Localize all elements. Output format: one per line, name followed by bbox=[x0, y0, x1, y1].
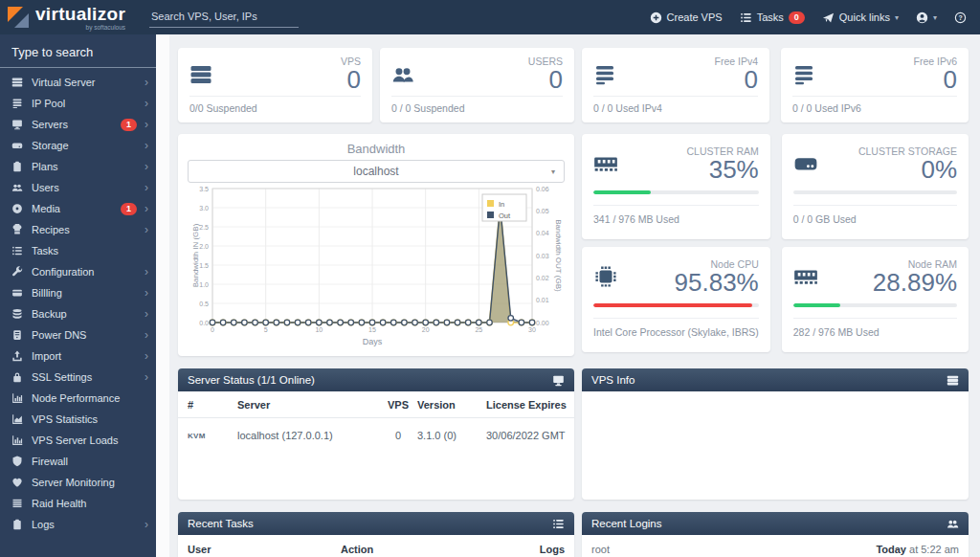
column-header: License Expires bbox=[486, 399, 574, 411]
servers-icon bbox=[10, 119, 24, 130]
progress-bar bbox=[793, 303, 957, 307]
stat-card-users: USERS00 / 0 Suspended bbox=[380, 48, 574, 123]
svg-text:0.06: 0.06 bbox=[536, 186, 549, 192]
logo-subtitle: by softaculous bbox=[35, 24, 125, 31]
sidebar-item-vps-statistics[interactable]: VPS Statistics bbox=[0, 409, 156, 430]
svg-text:2.0: 2.0 bbox=[199, 243, 209, 250]
sidebar-item-node-performance[interactable]: Node Performance bbox=[0, 388, 156, 409]
chevron-right-icon: › bbox=[145, 203, 148, 214]
server-monitoring-icon bbox=[10, 477, 24, 488]
sidebar-item-firewall[interactable]: Firewall bbox=[0, 451, 156, 472]
users-group-icon bbox=[391, 63, 414, 86]
chevron-down-icon: ▾ bbox=[551, 167, 555, 176]
sidebar-scrollbar[interactable] bbox=[156, 34, 169, 557]
svg-text:2.5: 2.5 bbox=[199, 224, 209, 231]
sidebar-item-tasks[interactable]: Tasks bbox=[0, 240, 156, 261]
gauge-value: 95.83% bbox=[675, 270, 759, 296]
sidebar-item-ssl-settings[interactable]: SSL Settings› bbox=[0, 367, 156, 388]
recipes-icon bbox=[10, 224, 24, 235]
svg-text:20: 20 bbox=[422, 326, 430, 333]
users-group-icon bbox=[947, 518, 959, 530]
sidebar-item-label: Recipes bbox=[32, 224, 145, 235]
sidebar-item-plans[interactable]: Plans› bbox=[0, 156, 156, 177]
server-status-title: Server Status (1/1 Online) bbox=[188, 374, 315, 386]
sidebar-item-configuration[interactable]: Configuration› bbox=[0, 261, 156, 282]
topbar: virtualizor by softaculous Create VPS Ta… bbox=[0, 0, 980, 34]
stat-card-vps: VPS00/0 Suspended bbox=[178, 48, 372, 123]
sidebar-item-media[interactable]: Media1› bbox=[0, 198, 156, 219]
plane-icon bbox=[822, 11, 835, 24]
virtualizor-logo[interactable]: virtualizor by softaculous bbox=[0, 5, 144, 31]
sidebar-item-label: SSL Settings bbox=[32, 371, 145, 383]
gauge-footer: 282 / 976 MB Used bbox=[793, 319, 957, 338]
gauge-card-node-cpu: Node CPU95.83%Intel Core Processor (Skyl… bbox=[582, 247, 770, 352]
stat-footer: 0 / 0 Used IPv4 bbox=[593, 97, 758, 120]
chevron-right-icon: › bbox=[145, 161, 148, 172]
sidebar-item-label: Tasks bbox=[32, 245, 148, 256]
svg-text:30: 30 bbox=[528, 326, 536, 333]
global-search-input[interactable] bbox=[149, 8, 299, 28]
virtualizor-logo-icon bbox=[8, 7, 29, 28]
sidebar-item-recipes[interactable]: Recipes› bbox=[0, 219, 156, 240]
chevron-right-icon: › bbox=[145, 98, 148, 109]
sidebar: Virtual Server›IP Pool›Servers1›Storage›… bbox=[0, 34, 156, 557]
user-menu[interactable]: ▾ bbox=[916, 11, 937, 24]
logs-icon bbox=[10, 519, 24, 530]
sidebar-item-label: Configuration bbox=[32, 266, 145, 278]
svg-text:15: 15 bbox=[368, 326, 376, 333]
server-stack-icon bbox=[189, 63, 212, 86]
sidebar-item-vps-server-loads[interactable]: VPS Server Loads bbox=[0, 430, 156, 451]
login-time: Today at 5:22 am bbox=[876, 544, 959, 555]
ssl-icon bbox=[10, 371, 24, 383]
sidebar-item-import[interactable]: Import› bbox=[0, 345, 156, 367]
sidebar-item-users[interactable]: Users› bbox=[0, 177, 156, 198]
server-stack-icon bbox=[947, 374, 959, 387]
sidebar-item-raid-health[interactable]: Raid Health bbox=[0, 493, 156, 514]
ram-icon bbox=[793, 264, 818, 289]
bandwidth-server-select[interactable]: localhost ▾ bbox=[188, 160, 565, 183]
column-header: User bbox=[188, 544, 341, 555]
login-row: rootToday at 5:22 am bbox=[582, 535, 969, 557]
sidebar-item-logs[interactable]: Logs› bbox=[0, 514, 156, 535]
sidebar-item-backup[interactable]: Backup› bbox=[0, 303, 156, 324]
billing-icon bbox=[10, 287, 24, 299]
sidebar-item-label: Import bbox=[32, 350, 145, 362]
table-row: KVMlocalhost (127.0.0.1)03.1.0 (0)30/06/… bbox=[178, 418, 574, 453]
dashboard-content: VPS00/0 SuspendedUSERS00 / 0 Suspended B… bbox=[169, 34, 980, 557]
sidebar-search-input[interactable] bbox=[11, 45, 145, 59]
sidebar-item-label: VPS Statistics bbox=[32, 413, 148, 425]
ram-icon bbox=[593, 151, 618, 176]
tasks-button[interactable]: Tasks 0 bbox=[740, 11, 805, 24]
plus-circle-icon bbox=[650, 11, 662, 24]
sidebar-badge: 1 bbox=[121, 119, 137, 131]
svg-text:0: 0 bbox=[211, 326, 214, 333]
sidebar-item-billling[interactable]: Billling› bbox=[0, 282, 156, 303]
server-icon bbox=[10, 77, 24, 88]
sidebar-item-power-dns[interactable]: Power DNS› bbox=[0, 324, 156, 345]
svg-text:In: In bbox=[499, 200, 504, 209]
stat-card-free-ipv6: Free IPv600 / 0 Used IPv6 bbox=[781, 48, 969, 123]
help-circle-icon: ? bbox=[954, 11, 967, 24]
ip-stack-icon bbox=[792, 63, 815, 86]
sidebar-item-virtual-server[interactable]: Virtual Server› bbox=[0, 72, 156, 93]
quick-links-menu[interactable]: Quick links ▾ bbox=[822, 11, 899, 24]
storage-drive-icon bbox=[793, 151, 818, 176]
chevron-right-icon: › bbox=[145, 519, 148, 530]
sidebar-item-ip-pool[interactable]: IP Pool› bbox=[0, 93, 156, 114]
login-user: root bbox=[591, 544, 610, 555]
help-button[interactable]: ? bbox=[954, 11, 967, 24]
sidebar-item-storage[interactable]: Storage› bbox=[0, 135, 156, 156]
sidebar-item-label: Power DNS bbox=[32, 329, 145, 341]
gauge-footer: 0 / 0 GB Used bbox=[793, 206, 957, 225]
chevron-right-icon: › bbox=[145, 182, 148, 193]
version: 3.1.0 (0) bbox=[417, 430, 486, 441]
task-list-icon bbox=[552, 518, 565, 530]
create-vps-button[interactable]: Create VPS bbox=[650, 11, 723, 24]
sidebar-item-label: Node Performance bbox=[32, 392, 148, 404]
sidebar-item-server-monitoring[interactable]: Server Monitoring bbox=[0, 472, 156, 493]
bandwidth-panel: Bandwidth localhost ▾ 0.00.51.01.52.02.5… bbox=[178, 134, 574, 356]
sidebar-item-servers[interactable]: Servers1› bbox=[0, 114, 156, 135]
recent-logins-panel: Recent Logins rootToday at 5:22 am bbox=[582, 512, 969, 557]
chevron-right-icon: › bbox=[145, 371, 148, 383]
svg-text:3.5: 3.5 bbox=[199, 186, 209, 192]
